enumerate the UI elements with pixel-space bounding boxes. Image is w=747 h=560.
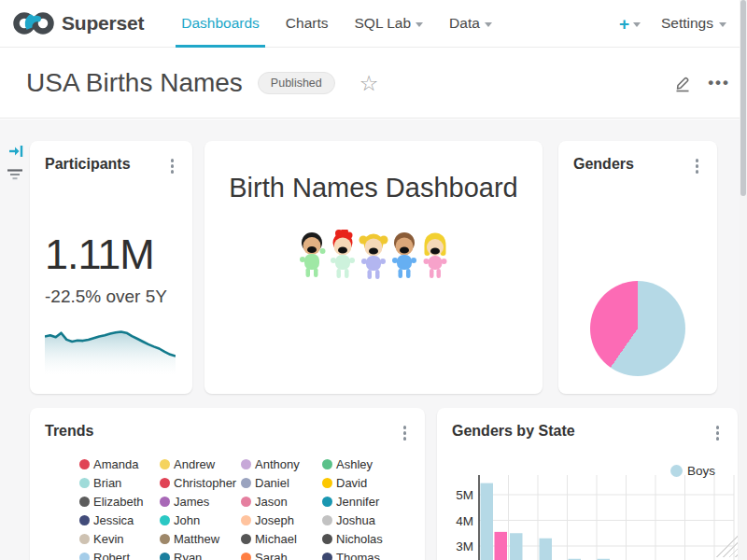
favorite-star-icon[interactable]: ☆	[359, 73, 379, 94]
header-actions: •••	[672, 73, 730, 93]
trends-legend: AmandaAndrewAnthonyAshleyBrianChristophe…	[79, 458, 410, 560]
legend-label: Jason	[255, 495, 288, 509]
legend-label: Sarah	[255, 551, 288, 560]
legend-dot-icon	[160, 515, 170, 525]
kebab-menu-icon[interactable]	[712, 423, 724, 443]
legend-label: Robert	[93, 551, 130, 560]
trend-sparkline	[45, 321, 176, 375]
legend-item[interactable]: Michael	[241, 533, 322, 546]
legend-item[interactable]: Ashley	[322, 458, 410, 471]
legend-item[interactable]: Sarah	[241, 552, 322, 560]
legend-item[interactable]: John	[160, 514, 241, 527]
card-genders-by-state: Genders by State Boys 5M4M3M	[437, 408, 738, 560]
nav-tab-dashboards[interactable]: Dashboards	[168, 0, 273, 48]
kebab-menu-icon[interactable]	[400, 423, 411, 443]
legend-label: Amanda	[93, 457, 138, 471]
nav-tab-data[interactable]: Data	[436, 0, 505, 48]
card-genders: Genders	[558, 141, 717, 394]
legend-item[interactable]: Elizabeth	[79, 496, 160, 509]
legend-item[interactable]: Daniel	[241, 477, 322, 490]
legend-dot-icon	[79, 534, 90, 544]
legend-item[interactable]: Jennifer	[322, 496, 410, 509]
legend-label: Anthony	[255, 457, 300, 471]
legend-item[interactable]: Jason	[241, 496, 322, 509]
big-number-subheader: -22.5% over 5Y	[45, 287, 177, 307]
brand-name: Superset	[62, 12, 144, 35]
dashboard-header: USA Births Names Published ☆ •••	[0, 49, 747, 119]
legend-item[interactable]: Kevin	[79, 533, 160, 546]
legend-item[interactable]: Christopher	[160, 477, 241, 490]
kebab-menu-icon[interactable]	[167, 156, 178, 176]
legend-item[interactable]: David	[322, 477, 410, 490]
card-title: Trends	[45, 423, 93, 440]
legend-item[interactable]: Matthew	[160, 533, 241, 546]
legend-label: Joseph	[255, 513, 294, 527]
settings-menu[interactable]: Settings	[661, 15, 726, 32]
legend-dot-icon	[241, 478, 251, 488]
bar-girls[interactable]	[495, 532, 508, 560]
legend-item[interactable]: Nicholas	[322, 533, 410, 546]
scrollbar-track[interactable]	[740, 0, 747, 560]
nav-tab-charts[interactable]: Charts	[273, 0, 342, 48]
legend-item[interactable]: Joseph	[241, 514, 322, 527]
legend-label: Andrew	[174, 457, 215, 471]
genders-by-state-bar-chart[interactable]: 5M4M3M	[437, 466, 738, 560]
main-nav: Dashboards Charts SQL Lab Data	[168, 0, 505, 48]
legend-dot-icon	[322, 497, 332, 507]
card-title: Participants	[45, 156, 131, 173]
legend-item[interactable]: Anthony	[241, 458, 322, 471]
legend-dot-icon	[241, 459, 251, 469]
bar-boys[interactable]	[481, 483, 494, 560]
expand-filter-bar-icon[interactable]	[8, 144, 24, 159]
legend-label: David	[336, 476, 367, 490]
navbar-right: + Settings	[619, 15, 726, 33]
legend-dot-icon	[241, 553, 251, 560]
published-badge[interactable]: Published	[258, 72, 335, 94]
ellipsis-menu-icon[interactable]: •••	[708, 74, 730, 92]
legend-label: Jennifer	[336, 495, 379, 509]
scrollbar-thumb[interactable]	[740, 0, 746, 196]
chevron-down-icon	[633, 22, 641, 27]
legend-item[interactable]: Brian	[79, 477, 160, 490]
kebab-menu-icon[interactable]	[692, 156, 703, 176]
children-illustration	[295, 230, 452, 282]
legend-label: Ashley	[336, 457, 373, 471]
legend-label: Nicholas	[336, 532, 383, 546]
dashboard-body: Participants 1.11M -22.5% over 5Y Birth …	[0, 119, 747, 560]
legend-item[interactable]: Robert	[79, 552, 160, 560]
legend-dot-icon	[241, 497, 251, 507]
genders-pie[interactable]	[590, 281, 685, 376]
legend-item[interactable]: Thomas	[322, 552, 410, 560]
legend-label: John	[174, 513, 200, 527]
legend-item[interactable]: Joshua	[322, 514, 410, 527]
legend-label: Matthew	[174, 532, 219, 546]
legend-item[interactable]: Ryan	[160, 552, 241, 560]
legend-dot-icon	[322, 515, 332, 525]
y-axis-tick: 3M	[456, 539, 473, 553]
legend-label: Christopher	[174, 476, 236, 490]
legend-dot-icon	[160, 497, 170, 507]
legend-item[interactable]: Andrew	[160, 458, 241, 471]
card-trends: Trends AmandaAndrewAnthonyAshleyBrianChr…	[30, 408, 425, 560]
edit-pencil-icon[interactable]	[672, 73, 693, 93]
legend-item[interactable]: Jessica	[79, 514, 160, 527]
legend-label: Michael	[255, 532, 297, 546]
infinity-logo-icon	[13, 11, 54, 35]
legend-dot-icon	[160, 478, 170, 488]
legend-dot-icon	[79, 459, 90, 469]
bar-boys[interactable]	[510, 533, 523, 560]
bar-boys[interactable]	[540, 539, 553, 560]
legend-item[interactable]: Amanda	[79, 458, 160, 471]
legend-label: Elizabeth	[93, 495, 143, 509]
legend-dot-icon	[79, 515, 90, 525]
legend-label: Thomas	[336, 551, 380, 560]
markdown-heading: Birth Names Dashboard	[219, 173, 528, 203]
new-item-button[interactable]: +	[619, 15, 641, 33]
legend-item[interactable]: James	[160, 496, 241, 509]
filter-list-icon[interactable]	[7, 168, 23, 181]
legend-label: Jessica	[93, 513, 134, 527]
legend-label: Brian	[93, 476, 121, 490]
superset-logo[interactable]: Superset	[13, 11, 144, 35]
nav-tab-sql-lab[interactable]: SQL Lab	[342, 0, 437, 48]
legend-dot-icon	[79, 553, 90, 560]
